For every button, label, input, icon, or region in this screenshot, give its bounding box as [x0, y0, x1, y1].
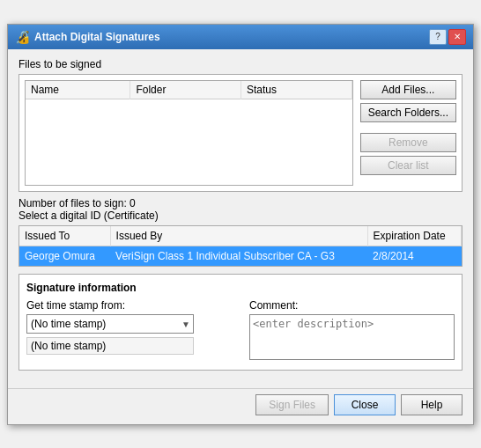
sig-info-right: Comment: [249, 299, 455, 363]
col-folder: Folder [130, 81, 241, 99]
files-section: Name Folder Status Add Files... Search F… [18, 74, 462, 192]
sig-info-row: Get time stamp from: (No time stamp) ▼ (… [26, 299, 455, 363]
comment-input[interactable] [249, 314, 455, 360]
files-count: Number of files to sign: 0 [18, 197, 462, 209]
cert-table: Issued To Issued By Expiration Date Geor… [19, 226, 462, 266]
signature-info-section: Signature information Get time stamp fro… [18, 274, 462, 371]
dialog-content: Files to be signed Name Folder Status [8, 49, 473, 388]
sig-info-title: Signature information [26, 282, 455, 294]
clear-list-button[interactable]: Clear list [360, 156, 456, 175]
cert-table-body: George Omura VeriSign Class 1 Individual… [19, 246, 462, 266]
files-header: Name Folder Status Add Files... Search F… [25, 80, 456, 186]
cert-row[interactable]: George Omura VeriSign Class 1 Individual… [19, 246, 462, 266]
remove-button[interactable]: Remove [360, 133, 456, 152]
dialog-icon: 🔏 [15, 30, 29, 44]
comment-label: Comment: [249, 299, 455, 312]
cert-expiry-date: 2/8/2014 [367, 246, 461, 266]
title-bar-left: 🔏 Attach Digital Signatures [15, 30, 160, 44]
digital-id-label: Select a digital ID (Certificate) [18, 209, 462, 222]
timestamp-display: (No time stamp) [26, 337, 194, 355]
cert-col-expiry: Expiration Date [367, 226, 461, 246]
search-folders-button[interactable]: Search Folders... [360, 103, 456, 122]
close-title-button[interactable]: ✕ [448, 29, 466, 45]
digital-id-section: Issued To Issued By Expiration Date Geor… [18, 225, 462, 267]
title-controls: ? ✕ [429, 29, 466, 45]
add-files-button[interactable]: Add Files... [360, 80, 456, 99]
dialog-title: Attach Digital Signatures [34, 31, 160, 43]
close-button[interactable]: Close [334, 394, 396, 415]
col-name: Name [26, 81, 130, 99]
file-list-table: Name Folder Status [26, 81, 352, 99]
cert-col-issued-to: Issued To [19, 226, 110, 246]
col-status: Status [240, 81, 352, 99]
files-section-label: Files to be signed [18, 58, 462, 70]
file-list-area: Name Folder Status [25, 80, 353, 186]
help-button[interactable]: Help [401, 394, 462, 415]
title-bar: 🔏 Attach Digital Signatures ? ✕ [8, 25, 473, 49]
timestamp-dropdown-wrapper: (No time stamp) ▼ [26, 314, 194, 334]
attach-digital-signatures-dialog: 🔏 Attach Digital Signatures ? ✕ Files to… [7, 24, 474, 425]
cert-issued-to: George Omura [19, 246, 110, 266]
files-buttons: Add Files... Search Folders... Remove Cl… [360, 80, 456, 175]
cert-issued-by: VeriSign Class 1 Individual Subscriber C… [110, 246, 367, 266]
dialog-footer: Sign Files Close Help [8, 388, 473, 424]
timestamp-dropdown[interactable]: (No time stamp) [26, 314, 194, 334]
timestamp-label: Get time stamp from: [26, 299, 232, 312]
sig-info-left: Get time stamp from: (No time stamp) ▼ (… [26, 299, 232, 355]
cert-col-issued-by: Issued By [110, 226, 367, 246]
sign-files-button[interactable]: Sign Files [255, 394, 329, 415]
help-title-button[interactable]: ? [429, 29, 447, 45]
